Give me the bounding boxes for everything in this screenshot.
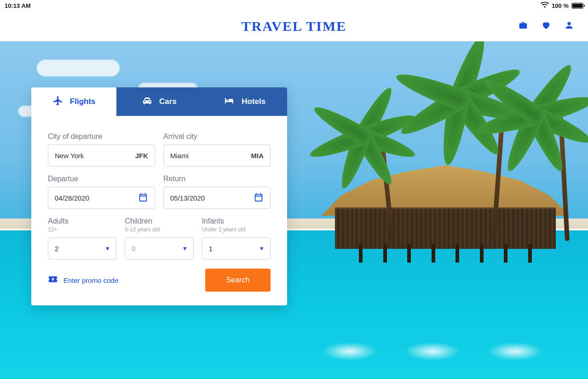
- departure-city-value: New York: [55, 152, 84, 160]
- calendar-icon: [138, 192, 148, 204]
- children-sublabel: 0-12 years old: [125, 226, 193, 233]
- infants-label: Infants: [202, 217, 271, 225]
- adults-label: Adults: [48, 217, 116, 225]
- return-date-input[interactable]: 05/13/2020: [163, 187, 271, 209]
- search-button[interactable]: Search: [205, 269, 271, 292]
- children-value: 0: [132, 245, 135, 253]
- bed-icon: [223, 95, 235, 109]
- infants-select[interactable]: 1 ▾: [202, 237, 271, 259]
- departure-city-code: JFK: [135, 152, 148, 160]
- ticket-icon: [48, 275, 58, 286]
- heart-icon[interactable]: [541, 20, 551, 32]
- departure-city-input[interactable]: New York JFK: [48, 144, 155, 167]
- tab-flights[interactable]: Flights: [31, 87, 116, 116]
- arrival-city-code: MIA: [251, 152, 264, 160]
- battery-percentage: 100 %: [552, 2, 569, 9]
- briefcase-icon[interactable]: [518, 20, 528, 32]
- adults-sublabel: 12+: [48, 226, 116, 233]
- infants-value: 1: [209, 245, 213, 253]
- promo-code-label: Enter promo code: [63, 276, 118, 284]
- infants-sublabel: Under 2 years old: [202, 226, 271, 233]
- hero-section: Flights Cars Hotels City of departure: [0, 41, 588, 379]
- tab-hotels-label: Hotels: [242, 97, 265, 106]
- adults-value: 2: [55, 245, 58, 253]
- return-date-label: Return: [163, 175, 271, 183]
- arrival-city-label: Arrival city: [163, 132, 271, 141]
- status-bar: 10:13 AM 100 %: [0, 0, 588, 11]
- promo-code-link[interactable]: Enter promo code: [48, 275, 118, 286]
- brand-logo: Travel Time: [242, 18, 346, 34]
- person-icon[interactable]: [564, 20, 574, 32]
- adults-select[interactable]: 2 ▾: [48, 237, 116, 259]
- departure-city-label: City of departure: [48, 132, 155, 141]
- plane-icon: [52, 95, 63, 109]
- calendar-icon: [254, 192, 264, 204]
- caret-down-icon: ▾: [183, 244, 187, 253]
- caret-down-icon: ▾: [106, 244, 110, 253]
- car-icon: [142, 95, 153, 109]
- children-select[interactable]: 0 ▾: [125, 237, 193, 259]
- search-form: City of departure New York JFK Arrival c…: [31, 116, 287, 305]
- children-label: Children: [125, 217, 193, 225]
- tab-hotels[interactable]: Hotels: [202, 87, 287, 116]
- departure-date-input[interactable]: 04/26/2020: [48, 187, 155, 209]
- status-time: 10:13 AM: [5, 2, 31, 9]
- arrival-city-input[interactable]: Miami MIA: [163, 144, 271, 167]
- tab-cars-label: Cars: [159, 97, 177, 106]
- search-tabs: Flights Cars Hotels: [31, 87, 287, 116]
- caret-down-icon: ▾: [260, 244, 264, 253]
- wifi-icon: [541, 2, 549, 9]
- arrival-city-value: Miami: [170, 152, 189, 160]
- app-header: Travel Time: [0, 11, 588, 41]
- departure-date-value: 04/26/2020: [55, 194, 89, 202]
- battery-icon: [571, 3, 583, 9]
- tab-flights-label: Flights: [70, 97, 96, 106]
- return-date-value: 05/13/2020: [170, 194, 205, 202]
- tab-cars[interactable]: Cars: [116, 87, 202, 116]
- departure-date-label: Departue: [48, 175, 155, 183]
- search-card: Flights Cars Hotels City of departure: [31, 87, 287, 305]
